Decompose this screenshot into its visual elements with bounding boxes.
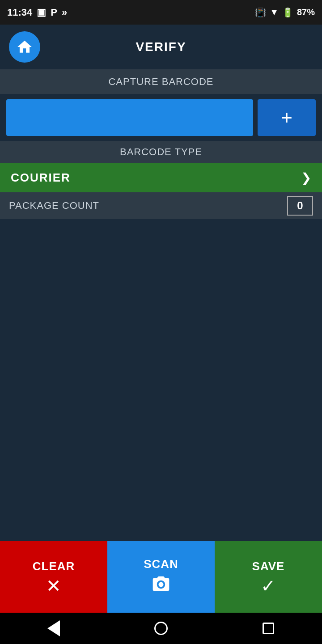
package-count-row: PACKAGE COUNT 0 — [0, 192, 322, 219]
dropdown-value: COURIER — [11, 171, 71, 185]
chevron-down-icon: ❯ — [301, 170, 311, 185]
header: VERIFY — [0, 25, 322, 69]
scan-button[interactable]: SCAN — [107, 541, 215, 613]
barcode-input[interactable] — [6, 99, 253, 136]
home-icon — [16, 38, 33, 55]
status-icon-p: P — [51, 7, 57, 18]
package-count-label: PACKAGE COUNT — [9, 200, 99, 212]
battery-percent: 87% — [297, 7, 315, 17]
barcode-type-label: BARCODE TYPE — [120, 146, 202, 158]
status-icon-square: ▣ — [37, 7, 46, 18]
save-button[interactable]: SAVE ✓ — [215, 541, 322, 613]
add-button[interactable]: + — [258, 99, 316, 136]
input-row: + — [0, 94, 322, 141]
status-bar: 11:34 ▣ P » 📳 ▼ 🔋 87% — [0, 0, 322, 25]
vibrate-icon: 📳 — [255, 7, 266, 18]
checkmark-icon: ✓ — [261, 577, 276, 595]
battery-icon: 🔋 — [282, 7, 293, 18]
clear-icon: ✕ — [46, 577, 61, 595]
clear-button[interactable]: CLEAR ✕ — [0, 541, 107, 613]
wifi-icon: ▼ — [270, 7, 279, 17]
plus-icon: + — [281, 108, 292, 127]
home-nav-icon — [154, 622, 168, 635]
camera-icon — [151, 575, 171, 597]
home-button[interactable] — [9, 31, 40, 63]
recents-button[interactable] — [255, 615, 282, 642]
home-nav-button[interactable] — [148, 615, 174, 642]
status-time: 11:34 — [7, 7, 32, 18]
scan-label: SCAN — [144, 557, 178, 571]
capture-barcode-section: CAPTURE BARCODE — [0, 69, 322, 94]
barcode-type-dropdown[interactable]: COURIER ❯ — [0, 163, 322, 192]
recents-icon — [263, 623, 274, 634]
android-nav-bar — [0, 613, 322, 644]
back-icon — [47, 620, 60, 636]
package-count-value: 0 — [287, 196, 313, 216]
status-right: 📳 ▼ 🔋 87% — [255, 7, 315, 18]
status-left: 11:34 ▣ P » — [7, 7, 67, 18]
capture-barcode-label: CAPTURE BARCODE — [108, 76, 213, 88]
bottom-buttons: CLEAR ✕ SCAN SAVE ✓ — [0, 541, 322, 613]
barcode-type-section: BARCODE TYPE — [0, 141, 322, 163]
status-icon-arrows: » — [62, 7, 67, 18]
clear-label: CLEAR — [33, 559, 75, 573]
back-button[interactable] — [40, 615, 67, 642]
page-title: VERIFY — [0, 40, 322, 54]
save-label: SAVE — [252, 559, 285, 573]
